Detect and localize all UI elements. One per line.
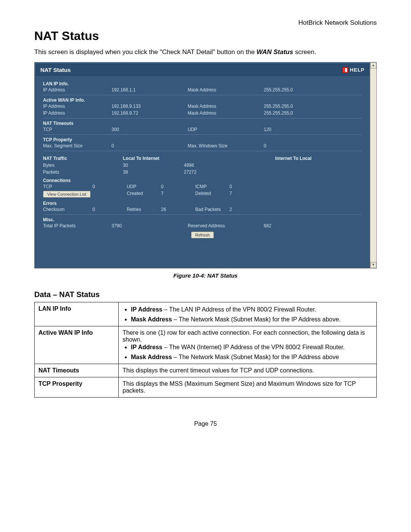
bad-packets-value: 2 [229,207,264,212]
active-wan-2-bold: Mask Address [131,354,172,360]
nat-status-panel: NAT Status HELP LAN IP Info. IP Address … [35,62,370,268]
section-errors: Errors [43,201,362,206]
section-misc: Misc. [43,217,362,222]
reserved-label: Reserved Address [188,223,264,228]
help-label: HELP [350,67,365,73]
lan-ip-info-1-bold: IP Address [131,306,162,313]
help-icon [342,67,348,73]
ip-address-label: IP Address [43,87,112,93]
bytes-lti: 30 [123,163,184,168]
conn-udp-value: 0 [161,184,195,189]
udp-value: 120 [264,127,362,132]
tcp-value: 300 [112,127,188,132]
wan-mask-value: 255.255.255.0 [264,104,362,109]
nat-traffic-header: NAT Traffic Local To Internet Internet T… [43,153,362,162]
tcp-label: TCP [43,127,112,132]
packets-row: Packets 38 27272 [43,169,362,176]
errors-row: Checksum 0 Retries 26 Bad Packets 2 [43,206,362,213]
lan-ip-info-2-text: – The Network Mask (Subnet Mask) for the… [172,316,341,323]
wan-ip-value: 192.168.9.72 [112,110,188,116]
conn-tcp-label: TCP [43,184,92,189]
section-lan-ip-info: LAN IP Info. [43,81,362,86]
doc-header-right: HotBrick Network Solutions [34,19,377,27]
scrollbar[interactable]: ▲ ▼ [370,62,376,268]
mask-address-label: Mask Address [188,110,264,116]
scroll-up-button[interactable]: ▲ [370,62,376,69]
help-link[interactable]: HELP [342,67,365,73]
bytes-label: Bytes [43,163,123,168]
section-active-wan: Active WAN IP Info. [43,97,362,103]
view-connection-list-button[interactable]: View Connection List [43,191,91,198]
lan-ip-value: 192.168.1.1 [112,87,188,93]
packets-itl: 27272 [184,169,249,175]
mws-label: Max. Windows Size [188,143,264,149]
deleted-label: Deleted [195,191,229,198]
intro-emphasis: WAN Status [256,48,293,56]
scroll-down-button[interactable]: ▼ [370,262,376,268]
tcp-prosperity-key: TCP Prosperity [35,377,119,398]
figure-caption: Figure 10-4: NAT Status [34,272,377,279]
page-footer: Page 75 [34,420,377,427]
ip-address-label: IP Address [43,110,112,116]
packets-label: Packets [43,169,123,175]
lan-ip-info-1-text: – The LAN IP Address of the VPN 800/2 Fi… [162,306,316,313]
nat-timeouts-key: NAT Timeouts [35,364,119,377]
wan-mask-value: 255.255.255.0 [264,110,362,116]
section-tcp-property: TCP Property [43,137,362,142]
created-value: 7 [161,191,195,198]
active-wan-intro: There is one (1) row for each active con… [123,329,373,343]
panel-title: NAT Status [40,67,71,73]
active-wan-1-text: – The WAN (Internet) IP Address of the V… [162,344,345,350]
conn-tcp-value: 0 [92,184,127,189]
refresh-button[interactable]: Refresh [191,232,214,238]
internet-to-local-header: Internet To Local [275,156,362,161]
retries-label: Retries [127,207,161,212]
mss-label: Max. Segment Size [43,143,112,149]
conn-icmp-label: ICMP [195,184,229,189]
active-wan-2-text: – The Network Mask (Subnet Mask) for the… [172,354,339,360]
intro-pre: This screen is displayed when you click … [34,48,256,56]
lan-ip-info-2-bold: Mask Address [131,316,172,323]
wan-ip-value: 192.168.9.133 [112,104,188,109]
mask-address-label: Mask Address [188,87,264,93]
section-nat-timeouts: NAT Timeouts [43,121,362,126]
bytes-row: Bytes 30 4998 [43,162,362,169]
ip-address-label: IP Address [43,104,112,109]
conn-udp-label: UDP [127,184,161,189]
data-section-heading: Data – NAT Status [34,290,377,299]
bad-packets-label: Bad Packets [195,207,229,212]
section-connections: Connections [43,178,362,183]
wan-row-2: IP Address 192.168.9.72 Mask Address 255… [43,110,362,117]
tcp-property-row: Max. Segment Size 0 Max. Windows Size 0 [43,142,362,149]
retries-value: 26 [161,207,195,212]
misc-row: Total IP Packets 3790 Reserved Address 6… [43,222,362,229]
lan-mask-value: 255.255.255.0 [264,87,362,93]
lan-ip-info-value: IP Address – The LAN IP Address of the V… [119,302,377,326]
nat-timeouts-value: This displays the current timeout values… [119,364,377,377]
connections-row-1: TCP 0 UDP 0 ICMP 0 [43,183,362,190]
local-to-internet-header: Local To Internet [123,156,210,161]
conn-icmp-value: 0 [229,184,264,189]
created-label: Created [127,191,161,198]
mss-value: 0 [112,143,188,149]
total-ip-value: 3790 [112,223,188,228]
total-ip-label: Total IP Packets [43,223,112,228]
page-title: NAT Status [34,29,377,43]
active-wan-key: Active WAN IP Info [35,326,119,364]
nat-timeouts-row: TCP 300 UDP 120 [43,126,362,133]
lan-ip-info-key: LAN IP Info [35,302,119,326]
intro-paragraph: This screen is displayed when you click … [34,48,377,56]
reserved-value: 682 [264,223,362,228]
checksum-label: Checksum [43,207,92,212]
tcp-prosperity-value: This displays the MSS (Maximum Segment S… [119,377,377,398]
lan-ip-row: IP Address 192.168.1.1 Mask Address 255.… [43,86,362,93]
intro-post: screen. [293,48,316,56]
screenshot-frame: ▲ ▼ NAT Status HELP LAN IP Info. IP Addr… [34,62,377,268]
panel-titlebar: NAT Status HELP [36,64,369,76]
active-wan-1-bold: IP Address [131,344,162,350]
panel-body: LAN IP Info. IP Address 192.168.1.1 Mask… [36,76,369,266]
data-table: LAN IP Info IP Address – The LAN IP Addr… [34,302,377,398]
checksum-value: 0 [92,207,127,212]
udp-label: UDP [188,127,264,132]
mask-address-label: Mask Address [188,104,264,109]
